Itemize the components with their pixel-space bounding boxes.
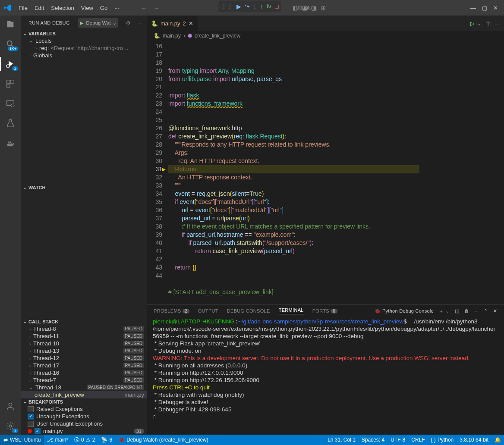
bp-file[interactable]: ✓main.py31 [21,427,147,435]
run-icon[interactable]: ▷ [470,20,475,27]
extensions-icon[interactable] [5,78,16,89]
symbol-icon: ⬢ [188,33,192,39]
menu-view[interactable]: View [78,3,96,13]
tab-problems[interactable]: PROBLEMS 2 [154,308,189,313]
ports-status[interactable]: 📡6 [98,437,115,443]
maximize-icon[interactable]: ▢ [482,5,487,11]
step-out-icon[interactable]: ↑ [260,3,263,10]
stop-icon[interactable]: □ [275,3,278,10]
checkbox[interactable]: ✓ [28,414,34,420]
callstack-thread[interactable]: ›Thread-10PAUSED [21,340,147,347]
debug-toolbar: ⋮⋮ ▶ ↷ ↓ ↑ ↻ □ [218,0,281,13]
more-icon[interactable]: ··· [138,20,142,25]
eol[interactable]: CRLF [408,437,428,443]
language-mode[interactable]: { }Python [428,437,457,443]
debug-session[interactable]: 🐞Debug Watch (create_link_preview) [115,437,211,443]
remote-indicator[interactable]: ⇌WSL: Ubuntu [0,435,44,445]
python-version[interactable]: 3.8.10 64-bit [457,437,491,443]
problems-status[interactable]: ⓧ0 ⚠2 [71,436,98,444]
step-over-icon[interactable]: ↷ [245,3,250,10]
tab-ports[interactable]: PORTS 6 [312,308,337,313]
nav-forward-icon[interactable]: → [154,5,159,11]
split-terminal-icon[interactable]: ◫ [455,308,459,314]
brackets-icon: { } [431,437,436,443]
encoding[interactable]: UTF-8 [387,437,408,443]
breadcrumb[interactable]: 🐍 main.py › ⬢ create_link_preview [147,31,504,41]
search-icon[interactable]: 1K+ [5,39,16,49]
menu-go[interactable]: Go [97,3,110,13]
checkbox[interactable] [28,421,34,427]
cursor-position[interactable]: Ln 31, Col 1 [324,437,359,443]
code-editor[interactable]: 1617181920212223242526272829303132333435… [147,41,504,304]
callstack-thread[interactable]: ›Thread-13PAUSED [21,347,147,354]
git-branch[interactable]: ⎇main* [44,437,71,443]
callstack-thread[interactable]: ›Thread-8PAUSED [21,325,147,332]
checkbox[interactable]: ✓ [35,428,41,434]
explorer-icon[interactable] [5,19,16,29]
checkbox[interactable] [28,406,34,412]
nav-back-icon[interactable]: ← [141,5,147,11]
terminal-content[interactable]: pierrick@LAPTOP-HKU5PNNG:~/git/add-ons-s… [147,314,504,435]
callstack-frame[interactable]: create_link_previewmain.py [21,391,147,398]
broadcast-icon: 📡 [101,437,107,443]
settings-gear-icon[interactable]: ⚙ [126,20,130,26]
debug-config-selector[interactable]: ▶ Debug Wat ⌄ [78,18,118,28]
menu-file[interactable]: File [16,3,31,13]
tab-debug-console[interactable]: DEBUG CONSOLE [227,308,270,313]
kill-terminal-icon[interactable]: 🗑 [464,308,469,313]
maximize-panel-icon[interactable]: ⌃ [484,308,488,314]
callstack-thread[interactable]: ›Thread-11PAUSED [21,332,147,340]
python-file-icon: 🐍 [154,33,160,39]
locals-scope[interactable]: ⌄Locals [21,37,147,44]
menu-edit[interactable]: Edit [32,3,47,13]
bp-uncaught[interactable]: ✓Uncaught Exceptions [21,413,147,420]
callstack-thread-active[interactable]: ⌄Thread-18PAUSED ON BREAKPOINT [21,384,147,391]
split-editor-icon[interactable]: ◫ [485,20,491,27]
callstack-thread[interactable]: ›Thread-16PAUSED [21,369,147,376]
variable-req[interactable]: ›req:<Request 'http://charming-tro… [21,44,147,52]
close-icon[interactable]: ✕ [493,5,498,11]
minimap[interactable] [463,41,504,304]
callstack-thread[interactable]: ›Thread-7PAUSED [21,376,147,384]
continue-icon[interactable]: ▶ [236,3,241,10]
notifications-icon[interactable]: 🔔 [491,437,504,443]
callstack-header[interactable]: ⌄CALL STACK [21,318,147,325]
testing-icon[interactable] [5,118,16,128]
tab-close-icon[interactable]: ✕ [189,20,193,27]
remote-explorer-icon[interactable] [5,98,16,109]
python-file-icon: 🐍 [151,20,158,27]
menu-selection[interactable]: Selection [48,3,77,13]
tab-output[interactable]: OUTPUT [198,308,218,313]
more-icon[interactable]: ··· [474,308,479,313]
close-panel-icon[interactable]: ✕ [493,308,497,314]
code-content[interactable]: ▶ from typing import Any, Mapping from u… [168,41,463,304]
tab-terminal[interactable]: TERMINAL [279,307,304,314]
breakpoints-header[interactable]: ⌄BREAKPOINTS [21,398,147,405]
svg-rect-2 [7,80,10,83]
remote-icon: ⇌ [3,437,8,443]
account-icon[interactable] [5,401,16,411]
docker-icon[interactable] [5,138,16,148]
watch-header[interactable]: ⌄WATCH [21,184,147,191]
menu-more[interactable]: ··· [111,3,122,13]
bp-raised[interactable]: Raised Exceptions [21,405,147,413]
more-actions-icon[interactable]: ··· [495,20,500,27]
callstack-thread[interactable]: ›Thread-17PAUSED [21,362,147,369]
bp-user-uncaught[interactable]: User Uncaught Exceptions [21,420,147,427]
debug-icon[interactable]: 1 [5,59,16,69]
tab-main-py[interactable]: 🐍 main.py 2 ✕ [147,16,198,31]
new-terminal-icon[interactable]: ＋ [439,308,444,314]
globals-scope[interactable]: ›Globals [21,52,147,59]
branch-icon: ⎇ [47,437,53,443]
layout-customize-icon[interactable]: ⊞ [321,5,326,11]
restart-icon[interactable]: ↻ [266,3,271,10]
debug-launch-icon[interactable]: 🐞 Python Debug Console [375,308,434,314]
callstack-thread[interactable]: ›Thread-12PAUSED [21,354,147,362]
minimize-icon[interactable]: — [470,5,476,11]
variables-header[interactable]: ⌄VARIABLES [21,30,147,37]
svg-point-0 [7,41,12,46]
indentation[interactable]: Spaces: 4 [359,437,387,443]
step-into-icon[interactable]: ↓ [253,3,256,10]
drag-handle-icon[interactable]: ⋮⋮ [221,3,233,10]
settings-icon[interactable]: 1 [5,421,16,431]
